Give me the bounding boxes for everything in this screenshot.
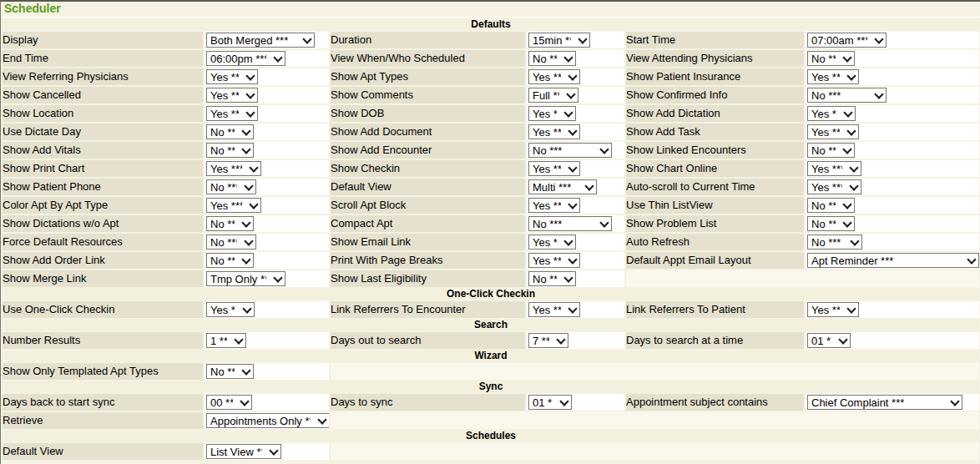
select-show-checkin[interactable]: Yes *** <box>528 161 580 176</box>
select-link-referrers-to-encounter[interactable]: Yes *** <box>528 302 580 317</box>
settings-grid: DefaultsDisplayBoth Merged ***Duration15… <box>1 18 980 461</box>
select-display[interactable]: Both Merged *** <box>206 33 315 48</box>
select-value: Yes ** <box>210 304 235 316</box>
select-value: No *** <box>210 255 235 267</box>
select-default-view[interactable]: Multi *** <box>528 179 597 194</box>
field-label-show-checkin: Show Checkin <box>331 160 525 177</box>
chevron-down-icon <box>244 181 253 190</box>
chevron-down-icon <box>874 34 883 43</box>
select-start-time[interactable]: 07:00am *** <box>807 33 887 48</box>
chevron-down-icon <box>950 396 959 406</box>
select-show-add-order-link[interactable]: No *** <box>206 253 254 268</box>
chevron-down-icon <box>849 181 858 190</box>
select-show-confirmed-info[interactable]: No *** <box>807 88 887 103</box>
field-label-show-problem-list: Show Problem List <box>626 215 804 232</box>
select-use-thin-listview[interactable]: No *** <box>807 198 855 213</box>
select-link-referrers-to-patient[interactable]: Yes *** <box>807 302 859 317</box>
field-control-cell: 06:00pm *** <box>205 50 329 67</box>
select-default-appt-email-layout[interactable]: Apt Reminder *** <box>807 253 979 268</box>
field-control-cell: No *** <box>527 50 624 67</box>
select-show-dob[interactable]: Yes ** <box>528 106 576 121</box>
select-show-add-document[interactable]: Yes *** <box>528 124 580 139</box>
settings-row: Show Add VitalsNo ***Show Add EncounterN… <box>3 142 979 159</box>
select-value: 07:00am *** <box>811 34 867 47</box>
select-show-add-task[interactable]: Yes *** <box>807 124 859 139</box>
select-show-add-vitals[interactable]: No *** <box>206 143 254 158</box>
chevron-down-icon <box>568 126 577 135</box>
select-show-patient-insurance[interactable]: Yes *** <box>807 69 859 84</box>
select-value: 15min *** <box>533 34 571 47</box>
select-scroll-apt-block[interactable]: Yes *** <box>528 198 580 213</box>
select-show-cancelled[interactable]: Yes *** <box>206 88 258 103</box>
select-view-when-who-scheduled[interactable]: No *** <box>528 51 576 66</box>
chevron-down-icon <box>568 255 577 264</box>
field-control-cell: Full *** <box>527 87 624 103</box>
select-end-time[interactable]: 06:00pm *** <box>206 51 285 66</box>
select-default-view[interactable]: List View *** <box>206 444 281 459</box>
select-show-chart-online[interactable]: Yes *** <box>807 161 861 176</box>
select-view-attending-physicians[interactable]: No *** <box>807 51 855 66</box>
select-auto-scroll-to-current-time[interactable]: Yes *** <box>807 179 861 194</box>
select-show-merge-link[interactable]: Tmp Only *** <box>206 271 285 286</box>
select-value: Appointments Only *** <box>210 415 311 427</box>
field-control-cell: 7 *** <box>527 332 624 349</box>
field-control-cell: Yes *** <box>205 197 329 214</box>
select-color-apt-by-apt-type[interactable]: Yes *** <box>206 198 261 213</box>
select-days-out-to-search[interactable]: 7 *** <box>528 333 568 348</box>
select-show-print-chart[interactable]: Yes *** <box>206 161 261 176</box>
settings-row: RetrieveAppointments Only *** <box>3 412 979 429</box>
select-value: 7 *** <box>533 335 549 347</box>
select-value: No *** <box>210 144 235 157</box>
select-days-to-sync[interactable]: 01 *** <box>528 395 572 410</box>
select-show-problem-list[interactable]: No *** <box>807 216 855 231</box>
select-duration[interactable]: 15min *** <box>528 33 590 48</box>
select-show-only-templated-apt-types[interactable]: No *** <box>206 364 254 379</box>
settings-row: Show Add Order LinkNo ***Print With Page… <box>3 252 979 269</box>
field-control-cell: 15min *** <box>527 32 624 48</box>
chevron-down-icon <box>563 273 573 282</box>
select-show-apt-types[interactable]: Yes *** <box>528 69 580 84</box>
select-use-dictate-day[interactable]: No *** <box>206 124 254 139</box>
field-label-show-linked-encounters: Show Linked Encounters <box>626 142 804 159</box>
select-number-results[interactable]: 1 *** <box>206 333 246 348</box>
select-show-linked-encounters[interactable]: No *** <box>807 143 855 158</box>
chevron-down-icon <box>599 218 609 227</box>
select-view-referring-physicians[interactable]: Yes *** <box>206 69 258 84</box>
select-value: Multi *** <box>533 181 571 194</box>
select-use-one-click-checkin[interactable]: Yes ** <box>206 302 255 317</box>
select-print-with-page-breaks[interactable]: Yes *** <box>528 253 580 268</box>
select-show-email-link[interactable]: Yes ** <box>528 235 576 250</box>
select-appointment-subject-contains[interactable]: Chief Complaint *** <box>807 395 962 410</box>
select-show-add-encounter[interactable]: No *** <box>528 143 612 158</box>
select-show-last-eligibility[interactable]: No *** <box>528 271 576 286</box>
select-show-comments[interactable]: Full *** <box>528 88 578 103</box>
settings-row: Show LocationYes ***Show DOBYes **Show A… <box>3 105 979 122</box>
chevron-down-icon <box>563 108 573 117</box>
field-control-cell: No *** <box>806 234 979 250</box>
section-header-defaults: Defaults <box>3 19 979 30</box>
select-show-add-dictation[interactable]: Yes ** <box>807 106 856 121</box>
field-label-show-confirmed-info: Show Confirmed Info <box>626 87 804 103</box>
select-value: No *** <box>811 144 836 157</box>
select-days-back-to-start-sync[interactable]: 00 *** <box>206 395 252 410</box>
select-force-default-resources[interactable]: No *** <box>206 235 256 250</box>
select-compact-apt[interactable]: No *** <box>528 216 612 231</box>
select-show-patient-phone[interactable]: No *** <box>206 179 256 194</box>
select-value: Yes *** <box>811 304 840 316</box>
field-control-cell: Yes *** <box>527 124 624 140</box>
settings-row: Show Patient PhoneNo ***Default ViewMult… <box>3 179 979 195</box>
chevron-down-icon <box>846 126 856 135</box>
select-auto-refresh[interactable]: No *** <box>807 235 862 250</box>
empty-cell <box>331 412 979 429</box>
select-days-to-search-at-a-time[interactable]: 01 *** <box>807 333 851 348</box>
field-control-cell: Yes *** <box>205 105 329 122</box>
chevron-down-icon <box>578 34 587 43</box>
field-label-color-apt-by-apt-type: Color Apt By Apt Type <box>3 197 203 214</box>
select-show-dictations-w-o-apt[interactable]: No *** <box>206 216 254 231</box>
field-control-cell: List View *** <box>205 443 329 460</box>
field-label-show-add-document: Show Add Document <box>331 124 525 140</box>
field-label-days-back-to-start-sync: Days back to start sync <box>3 394 203 411</box>
chevron-down-icon <box>843 108 852 117</box>
select-show-location[interactable]: Yes *** <box>206 106 258 121</box>
select-retrieve[interactable]: Appointments Only *** <box>206 413 329 428</box>
